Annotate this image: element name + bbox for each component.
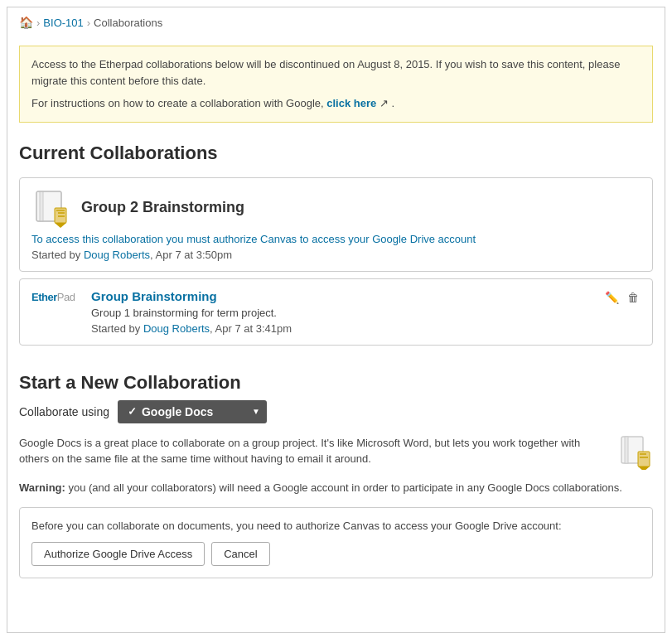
gdocs-icon (618, 435, 653, 470)
collaboration-card-group1: EtherPad Group Brainstorming Group 1 bra… (19, 278, 653, 346)
home-icon[interactable]: 🏠 (19, 16, 33, 29)
author-link-group1[interactable]: Doug Roberts (143, 322, 210, 335)
click-here-link[interactable]: click here (326, 97, 376, 109)
etherpad-logo: EtherPad (31, 289, 81, 335)
checkmark-icon: ✓ (128, 405, 137, 418)
notice-box: Access to the Etherpad collaborations be… (19, 46, 653, 123)
breadcrumb-course[interactable]: BIO-101 (43, 17, 83, 29)
svg-rect-9 (625, 437, 628, 463)
chevron-down-icon: ▼ (252, 407, 260, 416)
etherpad-content: Group Brainstorming Group 1 brainstormin… (91, 289, 593, 335)
new-collaboration-section: Start a New Collaboration Collaborate us… (7, 352, 665, 587)
warning-text: Warning: you (and all your collaborators… (19, 480, 653, 496)
breadcrumb: 🏠 › BIO-101 › Collaborations (7, 7, 665, 37)
svg-rect-12 (640, 453, 646, 455)
collaborate-dropdown[interactable]: ✓ Google Docs ▼ (118, 400, 267, 423)
page-wrapper: 🏠 › BIO-101 › Collaborations Access to t… (7, 7, 665, 633)
authorize-button[interactable]: Authorize Google Drive Access (31, 542, 205, 566)
authorize-canvas-link[interactable]: To access this collaboration you must au… (31, 233, 641, 245)
collab-meta-group2: Started by Doug Roberts, Apr 7 at 3:50pm (31, 249, 641, 261)
collaborate-label: Collaborate using (19, 405, 109, 418)
current-collaborations-title: Current Collaborations (7, 131, 665, 171)
etherpad-meta: Started by Doug Roberts, Apr 7 at 3:41pm (91, 322, 593, 335)
cancel-button[interactable]: Cancel (211, 542, 269, 566)
etherpad-description: Group 1 brainstorming for term project. (91, 307, 593, 319)
notebook-icon (31, 188, 71, 228)
notice-text1: Access to the Etherpad collaborations be… (31, 56, 641, 89)
dropdown-selected: Google Docs (142, 405, 213, 418)
svg-rect-5 (56, 210, 65, 211)
svg-rect-1 (40, 191, 43, 221)
author-link-group2[interactable]: Doug Roberts (84, 249, 150, 261)
edit-button[interactable]: ✏️ (603, 289, 621, 306)
gdocs-text: Google Docs is a great place to collabor… (19, 435, 608, 467)
collaboration-card-group2: Group 2 Brainstorming To access this col… (19, 177, 653, 272)
etherpad-title-link[interactable]: Group Brainstorming (91, 289, 593, 303)
new-collab-title: Start a New Collaboration (19, 360, 653, 400)
collaborate-row: Collaborate using ✓ Google Docs ▼ (19, 400, 653, 423)
delete-button[interactable]: 🗑 (626, 289, 641, 306)
gdocs-description: Google Docs is a great place to collabor… (19, 435, 653, 470)
authorize-buttons: Authorize Google Drive Access Cancel (31, 542, 641, 566)
svg-marker-4 (55, 223, 66, 228)
breadcrumb-page: Collaborations (94, 17, 162, 29)
notice-text2: For instructions on how to create a coll… (31, 95, 641, 112)
etherpad-actions: ✏️ 🗑 (603, 289, 641, 335)
collab-title-group2: Group 2 Brainstorming (81, 199, 244, 216)
svg-marker-11 (638, 467, 650, 470)
authorize-note: Before you can collaborate on documents,… (31, 520, 641, 532)
authorize-box: Before you can collaborate on documents,… (19, 507, 653, 578)
